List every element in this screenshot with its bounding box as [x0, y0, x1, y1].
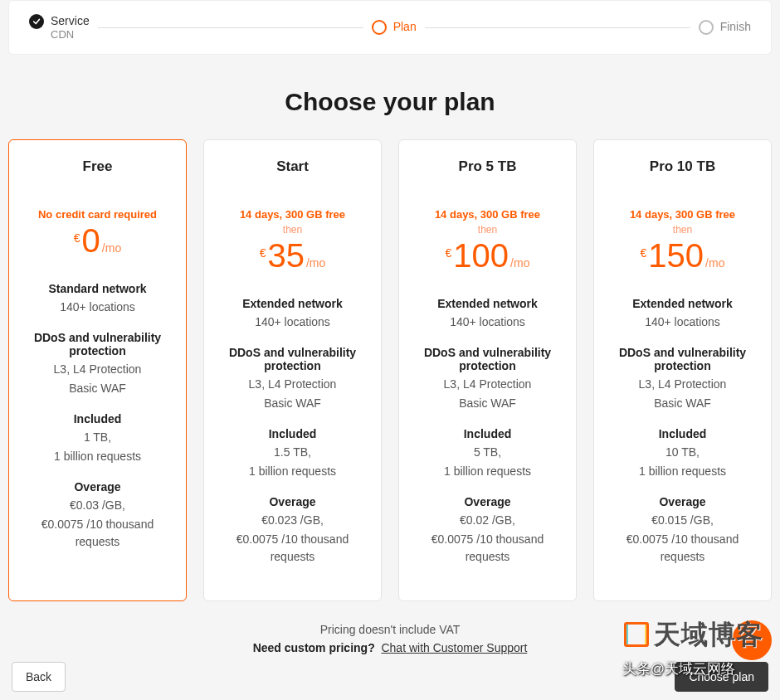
- network-section: Standard network 140+ locations: [17, 282, 178, 316]
- chat-support-link[interactable]: Chat with Customer Support: [381, 641, 527, 654]
- price-period: /mo: [306, 256, 325, 270]
- section-line: 140+ locations: [212, 314, 373, 331]
- section-line: L3, L4 Protection: [17, 361, 178, 378]
- step-divider: [425, 27, 690, 28]
- plan-promo: 14 days, 300 GB free: [212, 208, 373, 222]
- section-line: Basic WAF: [602, 395, 763, 412]
- included-section: Included 5 TB, 1 billion requests: [407, 427, 568, 480]
- price-period: /mo: [510, 256, 529, 270]
- section-line: 1 billion requests: [17, 448, 178, 465]
- step-divider: [98, 27, 363, 28]
- section-line: €0.02 /GB,: [407, 512, 568, 529]
- overage-section: Overage €0.03 /GB, €0.0075 /10 thousand …: [17, 480, 178, 551]
- section-line: L3, L4 Protection: [212, 376, 373, 393]
- section-title: Standard network: [17, 282, 178, 295]
- section-title: Extended network: [407, 297, 568, 310]
- promo-then: then: [212, 224, 373, 236]
- plan-card[interactable]: Free No credit card required € 0 /mo Sta…: [8, 139, 187, 601]
- promo-then: then: [602, 224, 763, 236]
- section-line: €0.015 /GB,: [602, 512, 763, 529]
- section-title: DDoS and vulnerability protection: [212, 346, 373, 372]
- circle-icon: [372, 20, 387, 35]
- plan-promo: 14 days, 300 GB free: [602, 208, 763, 222]
- section-line: 1 billion requests: [212, 463, 373, 480]
- section-line: 140+ locations: [407, 314, 568, 331]
- price-amount: 0: [82, 224, 100, 257]
- step-label: Service: [51, 14, 90, 28]
- included-section: Included 10 TB, 1 billion requests: [602, 427, 763, 480]
- overage-section: Overage €0.023 /GB, €0.0075 /10 thousand…: [212, 495, 373, 566]
- step-label: Finish: [720, 20, 751, 33]
- step-label: Plan: [393, 20, 417, 33]
- section-line: €0.0075 /10 thousand requests: [212, 531, 373, 566]
- back-button[interactable]: Back: [12, 662, 66, 692]
- included-section: Included 1.5 TB, 1 billion requests: [212, 427, 373, 480]
- section-title: Overage: [17, 480, 178, 493]
- section-line: L3, L4 Protection: [407, 376, 568, 393]
- section-line: 140+ locations: [17, 299, 178, 316]
- currency-symbol: €: [446, 246, 452, 260]
- section-title: Extended network: [602, 297, 763, 310]
- section-title: Extended network: [212, 297, 373, 310]
- section-line: Basic WAF: [407, 395, 568, 412]
- plan-price: € 100 /mo: [407, 239, 568, 272]
- section-line: €0.03 /GB,: [17, 497, 178, 514]
- section-line: 1 TB,: [17, 429, 178, 446]
- page-title: Choose your plan: [0, 88, 780, 116]
- section-title: Included: [407, 427, 568, 440]
- plan-card[interactable]: Pro 10 TB 14 days, 300 GB free then € 15…: [593, 139, 772, 601]
- plan-card[interactable]: Pro 5 TB 14 days, 300 GB free then € 100…: [398, 139, 577, 601]
- section-title: DDoS and vulnerability protection: [407, 346, 568, 372]
- price-period: /mo: [705, 256, 724, 270]
- price-amount: 100: [453, 239, 509, 272]
- overage-section: Overage €0.02 /GB, €0.0075 /10 thousand …: [407, 495, 568, 566]
- plan-promo: 14 days, 300 GB free: [407, 208, 568, 222]
- step-sublabel: CDN: [51, 28, 90, 41]
- price-amount: 150: [648, 239, 704, 272]
- ddos-section: DDoS and vulnerability protection L3, L4…: [17, 331, 178, 397]
- price-period: /mo: [102, 241, 121, 255]
- section-line: 10 TB,: [602, 444, 763, 461]
- plan-price: € 150 /mo: [602, 239, 763, 272]
- progress-stepper: Service CDN Plan Finish: [8, 0, 772, 55]
- currency-symbol: €: [260, 246, 266, 260]
- circle-icon: [699, 20, 714, 35]
- section-title: Overage: [212, 495, 373, 508]
- overage-section: Overage €0.015 /GB, €0.0075 /10 thousand…: [602, 495, 763, 566]
- currency-symbol: €: [74, 231, 80, 245]
- choose-plan-button[interactable]: Choose plan: [675, 662, 768, 692]
- section-title: Included: [17, 412, 178, 425]
- included-section: Included 1 TB, 1 billion requests: [17, 412, 178, 465]
- section-line: L3, L4 Protection: [602, 376, 763, 393]
- custom-pricing-line: Need custom pricing? Chat with Customer …: [0, 641, 780, 654]
- plan-name: Free: [17, 158, 178, 175]
- vat-notice: Pricing doesn't include VAT: [0, 623, 780, 636]
- pricing-footer: Pricing doesn't include VAT Need custom …: [0, 623, 780, 654]
- plan-name: Pro 5 TB: [407, 158, 568, 175]
- section-line: Basic WAF: [17, 380, 178, 397]
- currency-symbol: €: [641, 246, 647, 260]
- step-finish: Finish: [699, 20, 751, 35]
- section-title: DDoS and vulnerability protection: [602, 346, 763, 372]
- step-plan: Plan: [372, 20, 417, 35]
- plan-promo: No credit card required: [17, 208, 178, 222]
- plan-card[interactable]: Start 14 days, 300 GB free then € 35 /mo…: [203, 139, 382, 601]
- section-title: Included: [212, 427, 373, 440]
- bottom-bar: Back Choose plan: [0, 662, 780, 692]
- check-circle-icon: [29, 14, 44, 29]
- plan-name: Pro 10 TB: [602, 158, 763, 175]
- section-line: €0.0075 /10 thousand requests: [407, 531, 568, 566]
- section-title: DDoS and vulnerability protection: [17, 331, 178, 357]
- ddos-section: DDoS and vulnerability protection L3, L4…: [602, 346, 763, 412]
- ddos-section: DDoS and vulnerability protection L3, L4…: [407, 346, 568, 412]
- section-line: 1 billion requests: [407, 463, 568, 480]
- network-section: Extended network 140+ locations: [602, 297, 763, 331]
- plan-price: € 0 /mo: [17, 224, 178, 257]
- section-line: 5 TB,: [407, 444, 568, 461]
- section-title: Overage: [602, 495, 763, 508]
- network-section: Extended network 140+ locations: [212, 297, 373, 331]
- section-line: Basic WAF: [212, 395, 373, 412]
- section-line: €0.0075 /10 thousand requests: [17, 516, 178, 551]
- price-amount: 35: [267, 239, 305, 272]
- section-line: 1 billion requests: [602, 463, 763, 480]
